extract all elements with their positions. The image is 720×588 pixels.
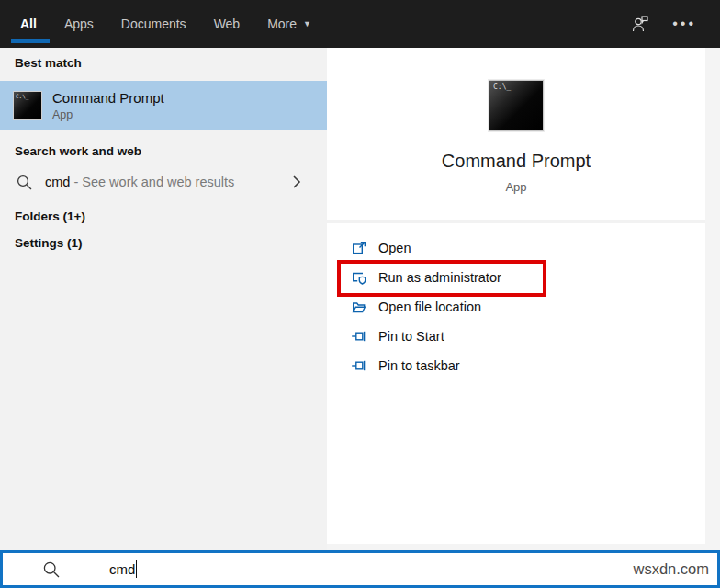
- action-open[interactable]: Open: [327, 233, 705, 263]
- active-tab-underline: [11, 39, 50, 43]
- watermark-text: wsxdn.com: [633, 560, 709, 578]
- command-prompt-icon: C:\_: [13, 91, 42, 120]
- chevron-down-icon: ▼: [303, 19, 311, 28]
- action-list: Open Run as administrator Open file loca…: [327, 233, 705, 380]
- results-panel: Best match C:\_ Command Prompt App Searc…: [0, 48, 327, 551]
- tab-web[interactable]: Web: [214, 0, 241, 48]
- app-subtitle: App: [327, 180, 705, 194]
- chevron-right-icon[interactable]: [292, 175, 301, 189]
- tab-all-label: All: [20, 17, 37, 31]
- settings-header: Settings (1): [15, 236, 83, 250]
- terminal-glyph: C:\_: [493, 83, 511, 91]
- search-top-bar: All Apps Documents Web More ▼ •••: [0, 0, 720, 48]
- app-title: Command Prompt: [327, 151, 705, 172]
- web-suggestion-row[interactable]: cmd - See work and web results: [0, 165, 327, 198]
- tab-all[interactable]: All: [20, 0, 37, 48]
- shield-admin-icon: [351, 269, 367, 286]
- filter-tabs: All Apps Documents Web More ▼: [0, 0, 311, 48]
- action-pin-to-start[interactable]: Pin to Start: [327, 322, 705, 351]
- tab-documents[interactable]: Documents: [121, 0, 186, 48]
- tab-apps[interactable]: Apps: [64, 0, 94, 48]
- tab-apps-label: Apps: [64, 17, 94, 31]
- search-icon: [42, 560, 61, 579]
- tab-more[interactable]: More ▼: [267, 0, 311, 48]
- text-caret: [136, 560, 137, 578]
- search-input[interactable]: cmd: [109, 560, 137, 578]
- best-match-result-command-prompt[interactable]: C:\_ Command Prompt App: [0, 81, 327, 130]
- action-label: Pin to Start: [378, 329, 444, 344]
- preview-panel: C:\_ Command Prompt App Open Run as: [327, 48, 705, 544]
- divider: [327, 220, 705, 223]
- suggestion-hint: - See work and web results: [73, 175, 234, 189]
- folder-icon: [351, 299, 367, 315]
- result-title: Command Prompt: [52, 90, 164, 106]
- best-match-header: Best match: [15, 56, 82, 70]
- suggestion-query: cmd: [45, 175, 70, 189]
- pin-icon: [351, 328, 367, 345]
- open-icon: [351, 240, 367, 256]
- command-prompt-icon-large: C:\_: [489, 80, 544, 131]
- feedback-icon[interactable]: [630, 14, 650, 34]
- action-label: Run as administrator: [378, 270, 501, 285]
- result-subtitle: App: [52, 108, 164, 121]
- folders-header: Folders (1+): [15, 209, 85, 223]
- ellipsis-menu-icon[interactable]: •••: [672, 19, 696, 28]
- action-pin-to-taskbar[interactable]: Pin to taskbar: [327, 351, 705, 380]
- tab-web-label: Web: [214, 17, 241, 31]
- search-web-header: Search work and web: [15, 144, 141, 158]
- search-icon: [16, 174, 33, 191]
- action-label: Open file location: [378, 300, 481, 314]
- terminal-glyph: C:\_: [16, 93, 28, 99]
- tab-more-label: More: [267, 17, 297, 31]
- tab-documents-label: Documents: [121, 17, 186, 31]
- action-open-file-location[interactable]: Open file location: [327, 292, 705, 322]
- action-label: Open: [378, 241, 411, 255]
- action-run-as-administrator[interactable]: Run as administrator: [327, 263, 705, 292]
- pin-icon: [351, 357, 367, 374]
- taskbar-search-box[interactable]: cmd wsxdn.com: [0, 550, 720, 588]
- search-query-text: cmd: [109, 561, 135, 577]
- action-label: Pin to taskbar: [378, 358, 460, 373]
